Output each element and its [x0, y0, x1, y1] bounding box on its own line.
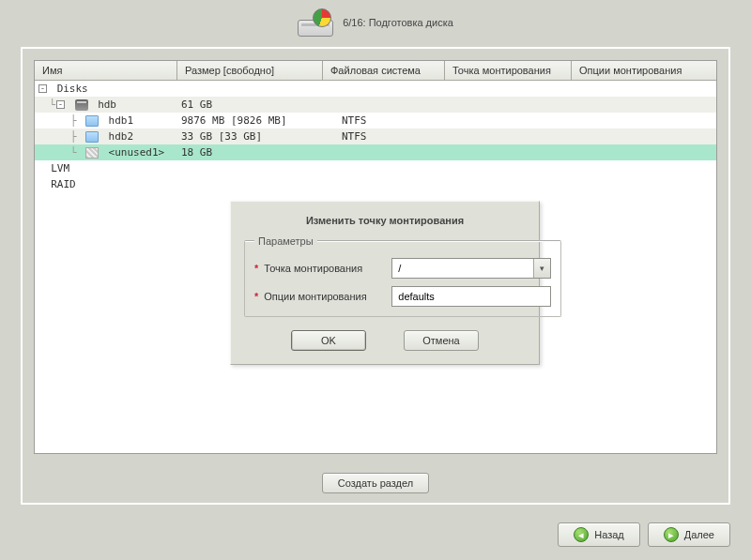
- label: hdb: [98, 98, 116, 111]
- page-header: 6/16: Подготовка диска: [0, 0, 751, 45]
- label: hdb1: [109, 114, 134, 127]
- tree-node-hdb[interactable]: └- hdb 61 GB: [35, 97, 716, 113]
- label: RAID: [51, 178, 76, 190]
- partition-table: Имя Размер [свободно] Файловая система Т…: [34, 60, 717, 454]
- mount-dialog: Изменить точку монтирования Параметры * …: [230, 201, 540, 365]
- expander-icon[interactable]: -: [38, 84, 47, 93]
- back-button[interactable]: ◂ Назад: [558, 522, 640, 547]
- label: hdb2: [109, 130, 134, 143]
- fieldset-legend: Параметры: [254, 235, 317, 247]
- table-header: Имя Размер [свободно] Файловая система Т…: [35, 61, 716, 81]
- ok-button[interactable]: OK: [291, 330, 366, 351]
- unused-icon: [85, 147, 99, 159]
- size: 9876 MB [9826 MB]: [177, 114, 323, 127]
- label: <unused1>: [109, 146, 165, 159]
- mount-combo[interactable]: ▾: [391, 258, 551, 279]
- fs: NTFS: [323, 130, 445, 143]
- size: 61 GB: [177, 98, 323, 111]
- next-button[interactable]: ▸ Далее: [648, 522, 730, 547]
- required-icon: *: [254, 263, 258, 274]
- required-icon: *: [254, 291, 258, 302]
- create-partition-button[interactable]: Создать раздел: [322, 473, 429, 493]
- mount-label: Точка монтирования: [264, 263, 386, 274]
- tree-node-lvm[interactable]: LVM: [35, 160, 716, 176]
- arrow-right-icon: ▸: [664, 527, 679, 542]
- mount-input[interactable]: [392, 259, 533, 278]
- dialog-fieldset: Параметры * Точка монтирования ▾ * Опции…: [244, 235, 561, 317]
- tree-node-hdb2[interactable]: ├ hdb2 33 GB [33 GB] NTFS: [35, 129, 716, 144]
- tree-node-unused[interactable]: └ <unused1> 18 GB: [35, 144, 716, 160]
- size: 33 GB [33 GB]: [177, 130, 323, 143]
- tree-node-hdb1[interactable]: ├ hdb1 9876 MB [9826 MB] NTFS: [35, 113, 716, 129]
- disk-icon: [75, 99, 88, 111]
- dialog-title: Изменить точку монтирования: [244, 211, 526, 235]
- page-title: 6/16: Подготовка диска: [343, 17, 453, 28]
- col-mount[interactable]: Точка монтирования: [445, 61, 572, 81]
- expander-icon[interactable]: -: [56, 100, 65, 109]
- label: Disks: [57, 83, 88, 95]
- col-name[interactable]: Имя: [35, 61, 177, 81]
- tree-node-raid[interactable]: RAID: [35, 176, 716, 192]
- label: LVM: [51, 162, 69, 174]
- arrow-left-icon: ◂: [574, 527, 589, 542]
- partition-icon: [85, 131, 99, 143]
- main-panel: Имя Размер [свободно] Файловая система Т…: [21, 47, 730, 505]
- dropdown-icon[interactable]: ▾: [533, 259, 550, 278]
- options-label: Опции монтирования: [264, 291, 386, 302]
- options-input[interactable]: [391, 286, 551, 307]
- disk-pie-icon: [298, 8, 333, 37]
- col-options[interactable]: Опции монтирования: [572, 61, 716, 81]
- size: 18 GB: [177, 146, 323, 159]
- col-fs[interactable]: Файловая система: [323, 61, 445, 81]
- partition-icon: [85, 115, 99, 127]
- cancel-button[interactable]: Отмена: [404, 330, 479, 351]
- col-size[interactable]: Размер [свободно]: [177, 61, 323, 81]
- fs: NTFS: [323, 114, 445, 127]
- tree-root-disks[interactable]: - Disks: [35, 81, 716, 97]
